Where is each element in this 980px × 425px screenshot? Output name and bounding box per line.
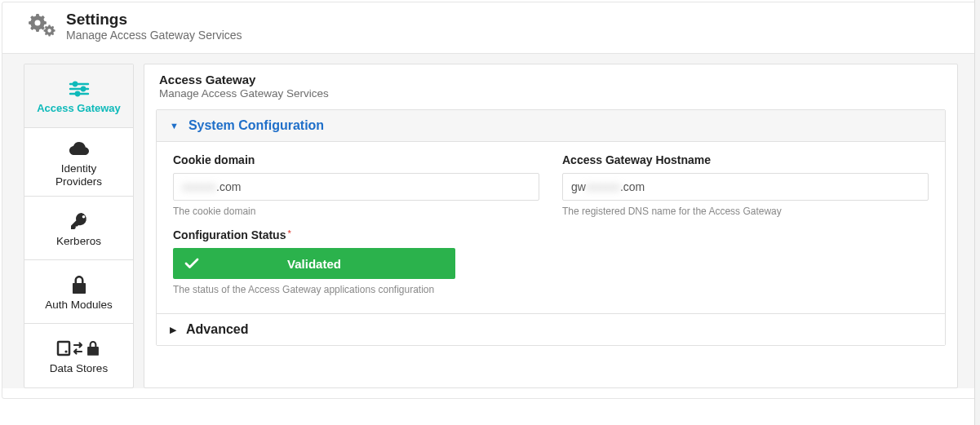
scrollbar-track[interactable] bbox=[974, 0, 980, 401]
section-head-advanced[interactable]: ▶ Advanced bbox=[157, 313, 945, 345]
section-head-system-configuration[interactable]: ▼ System Configuration bbox=[157, 110, 945, 142]
svg-point-3 bbox=[81, 87, 84, 91]
sidebar-item-label: IdentityProviders bbox=[55, 162, 102, 188]
redacted-text: xxxxxx bbox=[182, 180, 216, 193]
page-subtitle: Manage Access Gateway Services bbox=[66, 29, 242, 42]
sidebar-item-label: Data Stores bbox=[50, 362, 108, 375]
check-icon bbox=[184, 258, 199, 269]
sidebar-item-identity-providers[interactable]: IdentityProviders bbox=[24, 128, 133, 197]
svg-point-7 bbox=[64, 351, 67, 353]
redacted-text: xxxxxx bbox=[586, 180, 620, 193]
sidebar-item-label: Kerberos bbox=[56, 235, 101, 248]
status-text: Validated bbox=[173, 257, 455, 271]
main-panel: Access Gateway Manage Access Gateway Ser… bbox=[144, 64, 958, 388]
sidebar-item-data-stores[interactable]: Data Stores bbox=[24, 324, 133, 387]
cloud-icon bbox=[68, 138, 91, 159]
sidebar: Access Gateway IdentityProviders Ker bbox=[24, 64, 134, 388]
caret-down-icon: ▼ bbox=[170, 121, 179, 131]
gears-icon bbox=[27, 12, 56, 37]
content-header: Access Gateway Manage Access Gateway Ser… bbox=[144, 64, 957, 109]
section-title: Advanced bbox=[186, 322, 248, 337]
svg-rect-6 bbox=[58, 342, 69, 355]
caret-right-icon: ▶ bbox=[170, 325, 176, 335]
cookie-domain-help: The cookie domain bbox=[173, 206, 539, 217]
section-title: System Configuration bbox=[188, 118, 324, 133]
data-stores-icon bbox=[55, 338, 104, 359]
page-title: Settings bbox=[66, 11, 242, 29]
sidebar-item-kerberos[interactable]: Kerberos bbox=[24, 197, 133, 260]
content-subtitle: Manage Access Gateway Services bbox=[159, 87, 942, 100]
page-header: Settings Manage Access Gateway Services bbox=[2, 2, 978, 54]
content-title: Access Gateway bbox=[159, 73, 942, 86]
cookie-domain-label: Cookie domain bbox=[173, 153, 539, 166]
hostname-input[interactable]: gwxxxxxx.com bbox=[562, 173, 929, 201]
sidebar-item-auth-modules[interactable]: Auth Modules bbox=[24, 260, 133, 324]
svg-point-1 bbox=[73, 82, 76, 86]
sidebar-item-label: Access Gateway bbox=[37, 103, 121, 115]
status-badge-validated: Validated bbox=[173, 248, 455, 279]
section-system-configuration: ▼ System Configuration Cookie domain xxx… bbox=[156, 109, 946, 346]
config-status-help: The status of the Access Gateway applica… bbox=[173, 284, 467, 295]
svg-point-5 bbox=[75, 92, 78, 95]
sidebar-item-label: Auth Modules bbox=[45, 299, 113, 312]
lock-icon bbox=[71, 274, 87, 295]
hostname-label: Access Gateway Hostname bbox=[562, 153, 929, 166]
sliders-icon bbox=[69, 78, 90, 100]
hostname-help: The registered DNS name for the Access G… bbox=[562, 206, 929, 217]
sidebar-item-access-gateway[interactable]: Access Gateway bbox=[24, 64, 133, 128]
cookie-domain-input[interactable]: xxxxxx.com bbox=[173, 173, 539, 201]
key-icon bbox=[69, 210, 89, 232]
config-status-label: Configuration Status* bbox=[173, 228, 467, 241]
